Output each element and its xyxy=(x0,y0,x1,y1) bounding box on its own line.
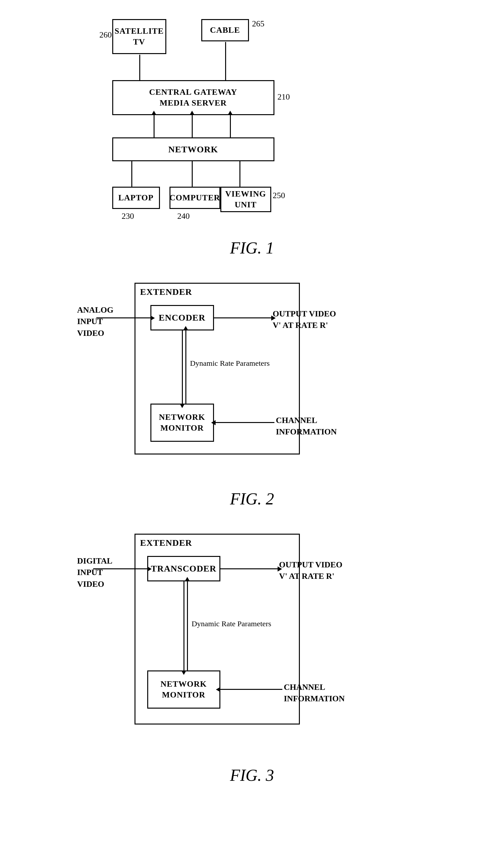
arrow-channel-netmon-2 xyxy=(216,422,274,423)
fig2-caption: FIG. 2 xyxy=(230,490,274,508)
fig2-diagram: EXTENDER ENCODER NETWORKMONITOR ANALOGIN… xyxy=(77,283,427,480)
arrow-gw-net-mid xyxy=(192,115,193,137)
arrow-encoder-output xyxy=(214,317,271,318)
figure-2-section: EXTENDER ENCODER NETWORKMONITOR ANALOGIN… xyxy=(25,283,479,508)
ref-260: 260 xyxy=(100,30,112,40)
figure-1-section: SATELLITETV CABLE 260 265 CENTRAL GATEWA… xyxy=(25,13,479,257)
arrow-enc-up xyxy=(185,331,186,404)
arrow-enc-down xyxy=(182,331,183,404)
arrow-channel-netmon-3 xyxy=(220,689,282,690)
arrow-net-computer xyxy=(192,161,193,187)
dynamic-rate-2-label: Dynamic Rate Parameters xyxy=(190,359,270,368)
ref-240: 240 xyxy=(177,212,190,221)
ref-250: 250 xyxy=(273,191,285,200)
ref-265: 265 xyxy=(252,19,265,29)
fig1-caption: FIG. 1 xyxy=(230,238,274,257)
viewing-unit-box: VIEWINGUNIT xyxy=(220,187,271,212)
arrow-gw-net-left xyxy=(154,115,155,137)
arrow-transcoder-output xyxy=(220,568,277,569)
arrow-gw-net-right xyxy=(230,115,231,137)
fig1-diagram: SATELLITETV CABLE 260 265 CENTRAL GATEWA… xyxy=(93,13,411,229)
output-video-3-label: OUTPUT VIDEOV' AT RATE R' xyxy=(279,559,342,582)
arrow-cable-to-gw xyxy=(225,42,226,80)
arrow-trans-down xyxy=(183,581,184,671)
output-video-2-label: OUTPUT VIDEOV' AT RATE R' xyxy=(273,308,336,332)
channel-info-2-label: CHANNELINFORMATION xyxy=(276,415,337,438)
transcoder-box: TRANSCODER xyxy=(147,556,220,581)
arrow-trans-up xyxy=(187,581,188,671)
arrow-net-viewer xyxy=(239,161,240,187)
dynamic-rate-3-label: Dynamic Rate Parameters xyxy=(192,620,272,628)
laptop-box: LAPTOP xyxy=(112,187,160,209)
central-gateway-box: CENTRAL GATEWAYMEDIA SERVER xyxy=(112,80,274,115)
channel-info-3-label: CHANNELINFORMATION xyxy=(284,681,345,705)
figure-3-section: EXTENDER TRANSCODER NETWORKMONITOR DIGIT… xyxy=(25,534,479,785)
satellite-tv-box: SATELLITETV xyxy=(112,19,166,54)
network-monitor-3-box: NETWORKMONITOR xyxy=(147,671,220,709)
ref-210: 210 xyxy=(277,92,290,102)
network-monitor-2-box: NETWORKMONITOR xyxy=(150,404,214,442)
analog-input-label: ANALOGINPUTVIDEO xyxy=(77,304,113,339)
cable-box: CABLE xyxy=(201,19,249,41)
fig3-diagram: EXTENDER TRANSCODER NETWORKMONITOR DIGIT… xyxy=(77,534,427,756)
page: SATELLITETV CABLE 260 265 CENTRAL GATEWA… xyxy=(0,0,504,823)
encoder-box: ENCODER xyxy=(150,305,214,331)
computer-box: COMPUTER xyxy=(169,187,220,209)
network-box: NETWORK xyxy=(112,137,274,161)
digital-input-label: DIGITALINPUTVIDEO xyxy=(77,555,112,590)
arrow-sat-to-gw xyxy=(139,55,140,80)
arrow-net-laptop xyxy=(131,161,132,187)
ref-230: 230 xyxy=(122,212,134,221)
fig3-caption: FIG. 3 xyxy=(230,766,274,785)
